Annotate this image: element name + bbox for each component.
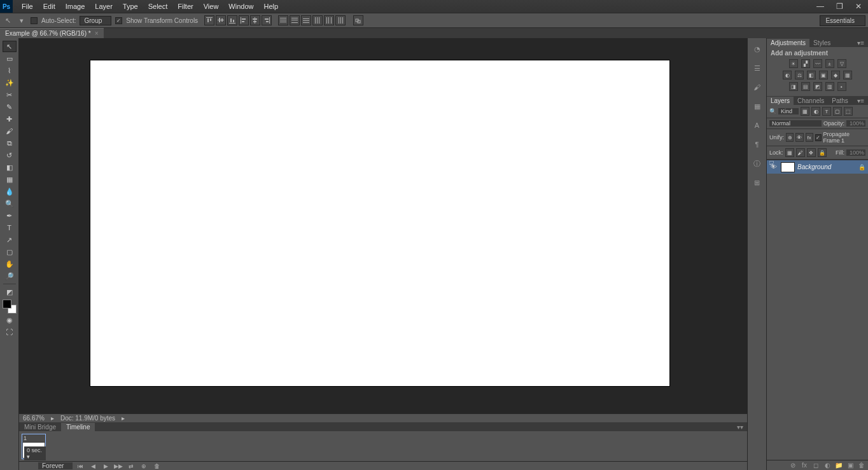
layer-name-label[interactable]: Background: [797, 163, 831, 170]
filter-kind-select[interactable]: Kind: [778, 108, 799, 114]
dodge-tool[interactable]: 🔍: [3, 198, 17, 209]
healing-brush-tool[interactable]: ✚: [3, 113, 17, 125]
auto-align-button[interactable]: [353, 15, 363, 25]
gradient-tool[interactable]: ▦: [3, 174, 17, 185]
filter-shape-icon[interactable]: ▢: [833, 107, 842, 116]
blend-mode-select[interactable]: Normal: [769, 120, 822, 127]
show-transform-checkbox[interactable]: ✓: [115, 17, 122, 24]
canvas-area[interactable]: [19, 38, 747, 470]
eraser-tool[interactable]: ◧: [3, 162, 17, 173]
prev-frame-button[interactable]: ◀: [88, 462, 98, 470]
properties-panel-icon[interactable]: ☰: [752, 62, 763, 74]
menu-layer[interactable]: Layer: [90, 1, 118, 12]
first-frame-button[interactable]: ⏮: [75, 462, 85, 470]
tween-button[interactable]: ⇄: [126, 462, 136, 470]
menu-type[interactable]: Type: [118, 1, 143, 12]
menu-help[interactable]: Help: [258, 1, 283, 12]
adjustments-panel-menu-icon[interactable]: ▾≡: [853, 39, 868, 47]
maximize-button[interactable]: ❐: [830, 0, 849, 13]
move-tool[interactable]: ↖: [3, 41, 17, 52]
pen-tool[interactable]: ✒: [3, 210, 17, 221]
next-frame-button[interactable]: ▶▶: [113, 462, 123, 470]
vibrance-icon[interactable]: ▽: [837, 59, 846, 68]
blur-tool[interactable]: 💧: [3, 186, 17, 197]
type-tool[interactable]: T: [3, 222, 17, 233]
history-brush-tool[interactable]: ↺: [3, 149, 17, 161]
levels-icon[interactable]: ▞: [801, 59, 810, 68]
crop-tool[interactable]: ✂: [3, 89, 17, 100]
lock-all-icon[interactable]: 🔒: [818, 148, 827, 157]
history-panel-icon[interactable]: ◔: [752, 43, 763, 55]
paragraph-panel-icon[interactable]: ¶: [752, 139, 763, 150]
play-button[interactable]: ▶: [101, 462, 111, 470]
tab-styles[interactable]: Styles: [809, 39, 834, 47]
clone-stamp-tool[interactable]: ⧉: [3, 137, 17, 149]
loop-select[interactable]: Forever: [38, 462, 73, 469]
zoom-level[interactable]: 66.67%: [23, 415, 45, 422]
posterize-icon[interactable]: ▤: [801, 82, 810, 91]
color-lookup-icon[interactable]: ▦: [843, 71, 852, 79]
hand-tool[interactable]: ✋: [3, 258, 17, 270]
swatches-panel-icon[interactable]: ▦: [752, 100, 763, 112]
menu-image[interactable]: Image: [60, 1, 90, 12]
selective-color-icon[interactable]: ▪: [837, 82, 846, 91]
align-bottom-edges-button[interactable]: [227, 15, 237, 25]
default-colors-icon[interactable]: ◩: [3, 286, 17, 298]
path-selection-tool[interactable]: ↗: [3, 234, 17, 245]
new-adjustment-layer-icon[interactable]: ◐: [823, 462, 831, 469]
tab-channels[interactable]: Channels: [794, 97, 828, 105]
lock-transparent-icon[interactable]: ▦: [785, 148, 794, 157]
layer-thumbnail[interactable]: [781, 162, 795, 172]
auto-select-checkbox[interactable]: [31, 17, 38, 24]
brightness-contrast-icon[interactable]: ☀: [789, 59, 798, 68]
collapse-panel-icon[interactable]: ▾▾: [733, 424, 747, 431]
tab-adjustments[interactable]: Adjustments: [767, 39, 809, 47]
filter-adj-icon[interactable]: ◐: [811, 107, 820, 116]
distribute-bottom-button[interactable]: [301, 15, 311, 25]
distribute-hcenter-button[interactable]: [324, 15, 334, 25]
exposure-icon[interactable]: ±: [825, 59, 834, 68]
delete-frame-button[interactable]: 🗑: [151, 462, 162, 470]
character-panel-icon[interactable]: A: [752, 120, 763, 131]
align-right-edges-button[interactable]: [262, 15, 272, 25]
tab-paths[interactable]: Paths: [828, 97, 852, 105]
quick-mask-tool[interactable]: ◉: [3, 314, 17, 326]
color-balance-icon[interactable]: ⚖: [795, 71, 804, 79]
zoom-chevron-icon[interactable]: ▸: [51, 415, 54, 422]
unify-style-icon[interactable]: fx: [806, 133, 813, 142]
propagate-checkbox[interactable]: ✓: [815, 134, 822, 141]
tool-preset-picker[interactable]: ▾: [17, 15, 27, 25]
tab-layers[interactable]: Layers: [767, 97, 794, 105]
link-layers-icon[interactable]: ⊘: [789, 462, 797, 469]
unify-visibility-icon[interactable]: 👁: [795, 133, 803, 142]
info-panel-icon[interactable]: ⓘ: [752, 158, 763, 169]
layer-visibility-icon[interactable]: 👁: [769, 163, 778, 172]
tab-timeline[interactable]: Timeline: [61, 423, 95, 431]
menu-select[interactable]: Select: [143, 1, 173, 12]
channel-mixer-icon[interactable]: ◆: [831, 71, 840, 79]
zoom-tool[interactable]: 🔎: [3, 270, 17, 282]
distribute-top-button[interactable]: [278, 15, 288, 25]
layers-panel-menu-icon[interactable]: ▾≡: [853, 97, 868, 105]
lasso-tool[interactable]: ⌇: [3, 65, 17, 76]
document-tab[interactable]: Example @ 66.7% (RGB/16) * ×: [0, 28, 104, 38]
menu-filter[interactable]: Filter: [172, 1, 198, 12]
filter-pixel-icon[interactable]: ▦: [801, 107, 809, 116]
invert-icon[interactable]: ◨: [789, 82, 798, 91]
menu-window[interactable]: Window: [223, 1, 258, 12]
filter-kind-icon[interactable]: 🔍: [769, 108, 776, 114]
menu-file[interactable]: File: [17, 1, 38, 12]
magic-wand-tool[interactable]: ✨: [3, 77, 17, 88]
workspace-switcher[interactable]: Essentials: [820, 15, 865, 26]
delete-layer-icon[interactable]: 🗑: [858, 462, 865, 469]
navigator-panel-icon[interactable]: ⊞: [752, 177, 763, 188]
duplicate-frame-button[interactable]: ⊕: [139, 462, 149, 470]
filter-smart-icon[interactable]: ⬚: [844, 107, 853, 116]
layer-mask-icon[interactable]: ◻: [812, 462, 820, 469]
foreground-color-swatch[interactable]: [3, 300, 11, 308]
distribute-right-button[interactable]: [335, 15, 346, 25]
screen-mode-tool[interactable]: ⛶: [3, 326, 17, 338]
menu-view[interactable]: View: [199, 1, 224, 12]
lock-position-icon[interactable]: ✥: [807, 148, 816, 157]
gradient-map-icon[interactable]: ▥: [825, 82, 834, 91]
